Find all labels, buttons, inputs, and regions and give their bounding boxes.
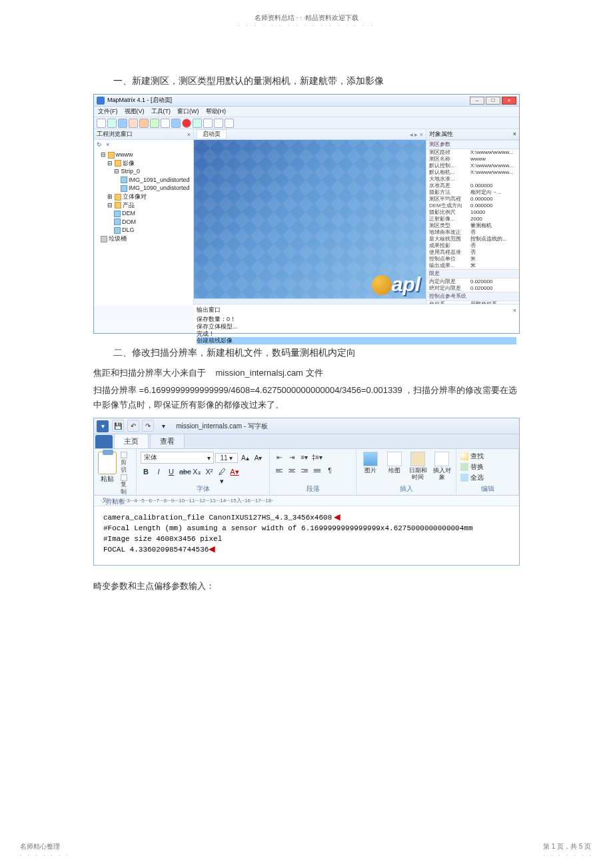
align-justify-button[interactable] bbox=[312, 465, 322, 476]
prop-row: 默认控制...X:\wwww\wwww... bbox=[426, 163, 519, 169]
toolbar-btn-4[interactable] bbox=[129, 119, 138, 128]
maximize-button[interactable]: □ bbox=[486, 97, 500, 105]
wp-ribbon: 粘贴 剪切 复制 剪贴板 宋体▾ 11 ▾ A▴ A▾ bbox=[94, 449, 519, 496]
copy-button[interactable]: 复制 bbox=[121, 474, 132, 496]
prop-row: 大地水准... bbox=[426, 176, 519, 183]
bold-button[interactable]: B bbox=[141, 466, 151, 477]
insert-picture-button[interactable]: 图片 bbox=[360, 452, 380, 481]
object-icon bbox=[434, 452, 449, 466]
undo-icon[interactable]: ↶ bbox=[127, 420, 139, 432]
tree-strip[interactable]: ⊟ Strip_0 bbox=[97, 167, 191, 176]
insert-paint-button[interactable]: 绘图 bbox=[384, 452, 404, 481]
grow-font-icon[interactable]: A▴ bbox=[239, 454, 251, 462]
paste-label[interactable]: 粘贴 bbox=[101, 474, 114, 484]
indent-button[interactable]: ⇥ bbox=[287, 452, 297, 462]
tree-models[interactable]: ⊞ 立体像对 bbox=[97, 193, 191, 201]
tree-dem[interactable]: DEM bbox=[97, 209, 191, 218]
cut-button[interactable]: 剪切 bbox=[121, 452, 132, 473]
toolbar-btn-7[interactable] bbox=[161, 119, 170, 128]
tree-trash[interactable]: 垃圾桶 bbox=[97, 234, 191, 243]
wp-file-button[interactable] bbox=[95, 435, 113, 448]
toolbar-btn-6[interactable] bbox=[150, 119, 159, 128]
section1-title: 一、新建测区，测区类型用默认的量测相机，新建航带，添加影像 bbox=[113, 75, 520, 87]
align-left-button[interactable] bbox=[274, 465, 285, 476]
qat-dropdown-icon[interactable]: ▾ bbox=[157, 420, 169, 432]
prop-row: 水准高差0.000000 bbox=[426, 183, 519, 189]
tree-refresh-icon[interactable]: ↻ bbox=[97, 141, 102, 148]
tab-home[interactable]: 主页 bbox=[114, 434, 149, 448]
toolbar-btn-8[interactable] bbox=[171, 119, 181, 128]
prop-row: 控制点单位米 bbox=[426, 256, 519, 262]
mw-output-close[interactable]: × bbox=[513, 307, 516, 314]
mw-logo: apl bbox=[372, 273, 420, 296]
mw-project-panel-close[interactable]: × bbox=[187, 131, 191, 138]
strike-button[interactable]: abc bbox=[179, 466, 189, 477]
tree-images[interactable]: ⊟ 影像 bbox=[97, 159, 191, 168]
tree-img1[interactable]: IMG_1091_undistorted bbox=[97, 176, 191, 185]
toolbar-btn-10[interactable] bbox=[193, 119, 202, 128]
font-color-button[interactable]: A▾ bbox=[229, 466, 240, 477]
toolbar-btn-2[interactable] bbox=[107, 119, 117, 128]
superscript-button[interactable]: X² bbox=[204, 466, 215, 477]
tree-root[interactable]: ⊟ wwww bbox=[97, 151, 191, 159]
minimize-button[interactable]: – bbox=[470, 97, 484, 105]
tree-dom[interactable]: DOM bbox=[97, 218, 191, 226]
tab-view[interactable]: 查看 bbox=[150, 434, 185, 448]
subscript-button[interactable]: X₂ bbox=[191, 466, 202, 477]
menu-window[interactable]: 窗口(W) bbox=[177, 107, 199, 116]
close-button[interactable]: × bbox=[502, 97, 516, 105]
prop-close-icon[interactable]: × bbox=[513, 131, 516, 138]
wp-quick-access: ▾ 💾 ↶ ↷ ▾ bbox=[97, 420, 171, 432]
find-button[interactable]: 查找 bbox=[460, 452, 514, 461]
menu-file[interactable]: 文件(F) bbox=[98, 107, 118, 116]
prop-grp-limit: 限差 bbox=[426, 269, 519, 278]
section3-p: 畸变参数和主点偏移参数输入： bbox=[93, 579, 520, 594]
menu-help[interactable]: 帮助(H) bbox=[206, 107, 227, 116]
footer-dots: · · · · · · · bbox=[20, 851, 70, 859]
insert-object-button[interactable]: 插入对象 bbox=[432, 452, 452, 481]
prop-row: 内定向限差0.020000 bbox=[426, 278, 519, 285]
folder-icon bbox=[115, 160, 121, 167]
tree-dlg[interactable]: DLG bbox=[97, 226, 191, 234]
paragraph-dialog-button[interactable]: ¶ bbox=[324, 465, 335, 476]
font-size-select[interactable]: 11 ▾ bbox=[215, 453, 238, 463]
outdent-button[interactable]: ⇤ bbox=[274, 452, 285, 462]
toolbar-btn-9[interactable] bbox=[182, 119, 191, 128]
bullets-button[interactable]: ≡▾ bbox=[299, 452, 310, 462]
select-icon bbox=[460, 474, 468, 482]
shrink-font-icon[interactable]: A▾ bbox=[253, 454, 265, 462]
toolbar-btn-13[interactable] bbox=[225, 119, 234, 128]
menu-tool[interactable]: 工具(T) bbox=[151, 107, 171, 116]
toolbar-btn-5[interactable] bbox=[139, 119, 149, 128]
font-family-select[interactable]: 宋体▾ bbox=[141, 452, 214, 464]
align-center-button[interactable] bbox=[287, 465, 297, 476]
toolbar-btn-1[interactable] bbox=[97, 119, 106, 128]
save-icon[interactable]: 💾 bbox=[112, 420, 124, 432]
wp-app-icon[interactable]: ▾ bbox=[97, 420, 109, 432]
wp-document[interactable]: ◀ ◀ camera_calibration_file CanonIXUS127… bbox=[94, 506, 519, 565]
redo-icon[interactable]: ↷ bbox=[142, 420, 154, 432]
ribbon-group-editing: 查找 替换 全选 编辑 bbox=[456, 449, 519, 495]
italic-button[interactable]: I bbox=[153, 466, 164, 477]
menu-view[interactable]: 视图(V) bbox=[125, 107, 145, 116]
toolbar-btn-3[interactable] bbox=[118, 119, 127, 128]
linespacing-button[interactable]: ‡≡▾ bbox=[312, 452, 322, 462]
tree-img2[interactable]: IMG_1090_undistorted bbox=[97, 184, 191, 193]
tree-products[interactable]: ⊟ 产品 bbox=[97, 201, 191, 210]
tree-delete-icon[interactable]: × bbox=[106, 141, 109, 148]
paste-icon[interactable] bbox=[98, 452, 117, 474]
wp-tabs: 主页 查看 bbox=[94, 434, 519, 449]
underline-button[interactable]: U bbox=[166, 466, 177, 477]
toolbar-btn-11[interactable] bbox=[203, 119, 213, 128]
center-tab[interactable]: 启动页 bbox=[197, 129, 227, 139]
align-right-button[interactable] bbox=[299, 465, 310, 476]
mw-tree-tools: ↻ × bbox=[94, 140, 193, 149]
replace-button[interactable]: 替换 bbox=[460, 462, 514, 472]
picture-icon bbox=[363, 452, 378, 466]
highlight-button[interactable]: 🖊▾ bbox=[217, 466, 227, 477]
wordpad-window: ▾ 💾 ↶ ↷ ▾ mission_internals.cam - 写字板 主页… bbox=[93, 418, 520, 566]
replace-icon bbox=[460, 463, 468, 471]
toolbar-btn-12[interactable] bbox=[214, 119, 223, 128]
insert-datetime-button[interactable]: 日期和时间 bbox=[408, 452, 428, 481]
selectall-button[interactable]: 全选 bbox=[460, 473, 514, 482]
